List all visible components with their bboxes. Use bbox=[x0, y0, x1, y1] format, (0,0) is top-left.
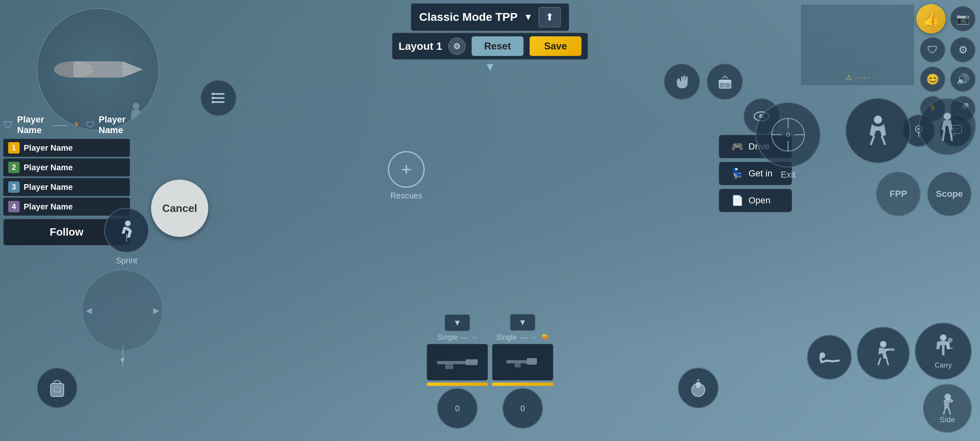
side-lean-icon bbox=[936, 393, 959, 415]
layout-chevron-down[interactable]: ▼ bbox=[484, 60, 496, 74]
weapon-box-2[interactable] bbox=[492, 344, 553, 381]
svg-rect-12 bbox=[212, 101, 214, 103]
sprint-run-icon bbox=[116, 219, 138, 242]
crouch-button[interactable] bbox=[857, 327, 910, 380]
fire-mode-2-label: Single bbox=[496, 333, 517, 342]
open-button[interactable]: 📄 Open bbox=[719, 189, 792, 212]
emote-button[interactable]: 😊 bbox=[920, 66, 946, 92]
weapon-ammo-count-1[interactable]: 0 bbox=[437, 388, 478, 429]
fire-mode-1-label: Single bbox=[437, 333, 457, 342]
svg-rect-55 bbox=[514, 363, 521, 368]
character-buttons bbox=[845, 98, 976, 163]
pickup-button[interactable] bbox=[706, 63, 743, 100]
svg-rect-11 bbox=[212, 97, 214, 99]
layout-settings-button[interactable]: ⚙ bbox=[448, 38, 466, 55]
inventory-button[interactable] bbox=[200, 80, 237, 116]
team-header: 🛡 Player Name —— 🏃 🛡 Player Name bbox=[3, 114, 130, 136]
carry-button[interactable]: Carry bbox=[915, 323, 972, 380]
grenade-icon bbox=[688, 378, 708, 398]
weapon-slot-2-dropdown[interactable]: ▼ bbox=[510, 314, 535, 331]
exit-label: Exit bbox=[781, 169, 796, 180]
player-row-1[interactable]: 1 Player Name bbox=[3, 139, 130, 157]
ammo-count-1: 0 bbox=[455, 404, 459, 413]
player-row-3[interactable]: 3 Player Name bbox=[3, 178, 130, 196]
svg-rect-54 bbox=[527, 358, 537, 365]
character-stand-icon bbox=[932, 111, 963, 142]
save-button[interactable]: Save bbox=[530, 36, 581, 56]
aim-button[interactable] bbox=[755, 102, 821, 167]
mode-selector: Classic Mode TPP ▼ ⬆ bbox=[411, 3, 570, 31]
reset-button[interactable]: Reset bbox=[472, 36, 523, 56]
player-row-2[interactable]: 2 Player Name bbox=[3, 158, 130, 176]
joystick-area[interactable]: ◀ ▶ ▼ bbox=[82, 270, 163, 351]
carry-icon bbox=[929, 333, 958, 361]
thumbs-up-button[interactable]: 👍 bbox=[916, 4, 946, 33]
backpack-button[interactable] bbox=[37, 368, 78, 408]
svg-rect-10 bbox=[212, 93, 214, 95]
weapon-silhouette-2 bbox=[498, 352, 547, 372]
warning-text: - - - - bbox=[855, 74, 870, 81]
svg-rect-45 bbox=[696, 382, 700, 388]
exit-button-area: Exit bbox=[755, 102, 821, 180]
cancel-button[interactable]: Cancel bbox=[151, 180, 208, 237]
svg-rect-52 bbox=[445, 364, 453, 369]
mode-dropdown-icon[interactable]: ▼ bbox=[524, 12, 533, 22]
bottom-action-row-1: Carry bbox=[807, 323, 972, 380]
grenade-button[interactable] bbox=[678, 368, 719, 408]
exit-icon: ⬆ bbox=[546, 11, 554, 22]
weapon-ammo-count-2[interactable]: 0 bbox=[502, 388, 543, 429]
top-bar: Classic Mode TPP ▼ ⬆ Layout 1 ⚙ Reset Sa… bbox=[392, 0, 588, 74]
svg-point-39 bbox=[940, 334, 947, 341]
svg-line-33 bbox=[950, 130, 952, 140]
list-icon bbox=[210, 90, 227, 106]
character-action-button-2[interactable] bbox=[919, 98, 976, 155]
bottom-action-row-2: Side bbox=[923, 384, 972, 433]
scope-button[interactable]: Scope bbox=[927, 172, 972, 216]
shield-button[interactable]: 🛡 bbox=[920, 37, 946, 63]
player-name-4: Player Name bbox=[24, 202, 73, 212]
weapon-ammo-bar-2 bbox=[492, 383, 553, 386]
weapon-box-1[interactable] bbox=[427, 344, 488, 381]
player-name-2: Player Name bbox=[24, 163, 73, 172]
box-pickup-icon bbox=[716, 73, 734, 91]
camera-button[interactable]: 📷 bbox=[950, 6, 976, 32]
get-in-icon: 💺 bbox=[731, 168, 744, 179]
joystick[interactable]: ◀ ▶ ▼ bbox=[82, 270, 163, 351]
sprint-button-area: Sprint bbox=[104, 208, 149, 265]
prone-button[interactable] bbox=[807, 335, 852, 380]
icon-row-2: 🛡 ⚙ bbox=[916, 37, 976, 63]
volume-button[interactable]: 🔊 bbox=[950, 66, 976, 92]
warning-icon: ⚠ bbox=[846, 73, 852, 82]
settings-button[interactable]: ⚙ bbox=[950, 37, 976, 63]
layout-label: Layout 1 bbox=[399, 40, 442, 53]
svg-rect-51 bbox=[466, 359, 478, 365]
svg-rect-48 bbox=[51, 383, 64, 396]
mini-map: ⚠ - - - - bbox=[800, 4, 915, 86]
backpack-icon bbox=[47, 377, 68, 399]
fpp-button[interactable]: FPP bbox=[876, 172, 921, 216]
shield-icon: 🛡 bbox=[927, 44, 938, 56]
open-label: Open bbox=[748, 195, 771, 206]
exit-layout-button[interactable]: ⬆ bbox=[539, 7, 561, 27]
joystick-right-arrow: ▶ bbox=[153, 305, 159, 315]
player-number-1: 1 bbox=[8, 142, 20, 154]
fire-mode-2-arrow: — → bbox=[520, 333, 537, 342]
rescues-button[interactable]: + Rescues bbox=[388, 151, 425, 200]
character-action-button-1[interactable] bbox=[845, 98, 911, 163]
sprint-button[interactable] bbox=[104, 208, 149, 253]
player-number-2: 2 bbox=[8, 162, 20, 173]
sprint-label: Sprint bbox=[116, 256, 137, 265]
svg-point-5 bbox=[125, 220, 131, 226]
joystick-left-arrow: ◀ bbox=[86, 305, 92, 315]
weapon-slot-2: ▼ Single — → 🔫 0 bbox=[492, 314, 553, 429]
svg-rect-36 bbox=[886, 348, 895, 351]
weapon-silhouette-1 bbox=[433, 352, 482, 372]
side-button[interactable]: Side bbox=[923, 384, 972, 433]
weapon-slot-1-dropdown[interactable]: ▼ bbox=[445, 314, 470, 331]
svg-line-32 bbox=[943, 130, 944, 140]
grab-button[interactable] bbox=[664, 63, 700, 100]
svg-line-42 bbox=[944, 408, 945, 414]
svg-rect-9 bbox=[212, 101, 225, 103]
icon-row-1: 👍 📷 bbox=[916, 4, 976, 33]
grab-buttons bbox=[664, 63, 743, 100]
